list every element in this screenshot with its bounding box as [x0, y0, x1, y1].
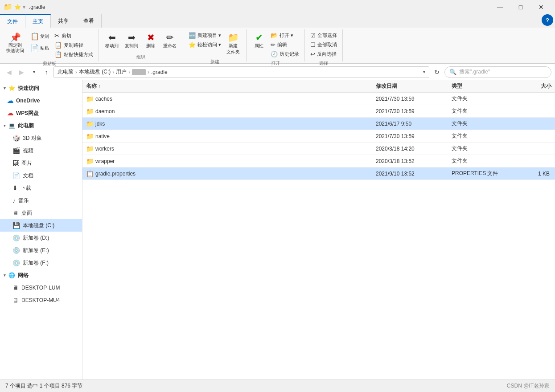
- sidebar-item-drive-d[interactable]: 💿 新加卷 (D:): [0, 232, 82, 244]
- search-icon: 🔍: [449, 69, 456, 75]
- cut-button[interactable]: ✂ 剪切: [53, 31, 95, 40]
- quickaccess-icon: ⭐: [8, 85, 15, 91]
- sidebar-item-local-c[interactable]: 💾 本地磁盘 (C:): [0, 219, 82, 232]
- sidebar-music-label: 音乐: [18, 197, 29, 204]
- table-row[interactable]: 📁 workers 2020/3/18 14:20 文件夹: [82, 143, 555, 155]
- sidebar-item-desktop[interactable]: 🖥 桌面: [0, 207, 82, 219]
- title-controls: — □ ✕: [490, 0, 551, 14]
- ribbon-tabs: 文件 主页 共享 查看 ?: [0, 14, 555, 28]
- sidebar-item-pictures[interactable]: 🖼 图片: [0, 157, 82, 169]
- tab-view[interactable]: 查看: [76, 14, 102, 28]
- sidebar-video-label: 视频: [23, 147, 33, 155]
- select-none-icon: ☐: [310, 41, 316, 48]
- col-header-size[interactable]: 大小: [519, 82, 555, 90]
- sidebar-item-downloads[interactable]: ⬇ 下载: [0, 182, 82, 194]
- edit-button[interactable]: ✏ 编辑: [269, 41, 301, 49]
- address-area: ◀ ▶ ▾ ↑ 此电脑 › 本地磁盘 (C:) › 用户 › **** › .g…: [0, 64, 555, 80]
- table-row[interactable]: 📁 daemon 2021/7/30 13:59 文件夹: [82, 105, 555, 118]
- sidebar-item-docs[interactable]: 📄 文档: [0, 169, 82, 182]
- select-items: ☑ 全部选择 ☐ 全部取消 ↩ 反向选择: [308, 29, 339, 60]
- open-btn[interactable]: 📂 打开 ▾: [269, 31, 301, 40]
- copyto-label: 复制到: [125, 43, 138, 49]
- edit-icon: ✏: [271, 41, 275, 48]
- history-button[interactable]: 🕗 历史记录: [269, 50, 301, 58]
- help-button[interactable]: ?: [542, 14, 553, 26]
- sort-arrow: ↑: [99, 84, 101, 89]
- table-row[interactable]: 📋 gradle.properties 2021/9/10 13:52 PROP…: [82, 167, 555, 180]
- tab-file[interactable]: 文件: [0, 14, 25, 28]
- file-type: 文件夹: [448, 107, 519, 115]
- new-folder-label: 新建文件夹: [226, 43, 240, 55]
- copy-to-button[interactable]: ➡ 复制到: [122, 31, 141, 51]
- sidebar-item-music[interactable]: ♪ 音乐: [0, 194, 82, 207]
- table-row[interactable]: 📁 jdks 2021/6/17 9:50 文件夹: [82, 118, 555, 130]
- folder-icon: 📁: [86, 120, 94, 127]
- sidebar-item-onedrive[interactable]: ☁ OneDrive: [0, 94, 82, 107]
- table-row[interactable]: 📁 caches 2021/7/30 13:59 文件夹: [82, 93, 555, 105]
- status-bar: 7 个项目 选中 1 个项目 876 字节 CSDN @IT老孙家: [0, 380, 555, 392]
- back-button[interactable]: ◀: [4, 67, 14, 78]
- sidebar-item-video[interactable]: 🎬 视频: [0, 144, 82, 157]
- sidebar-item-wps[interactable]: ☁ WPS网盘: [0, 107, 82, 119]
- col-header-date[interactable]: 修改日期: [372, 82, 448, 90]
- crumb-user: ****: [132, 69, 146, 75]
- tab-home[interactable]: 主页: [25, 14, 51, 28]
- crumb-thispc: 此电脑: [58, 68, 74, 76]
- sidebar-item-thispc[interactable]: ▾ 💻 此电脑: [0, 119, 82, 132]
- col-header-type[interactable]: 类型: [448, 82, 519, 90]
- tab-share[interactable]: 共享: [51, 14, 76, 28]
- minimize-button[interactable]: —: [490, 0, 510, 14]
- properties-button[interactable]: ✔ 属性: [250, 31, 268, 51]
- drive-d-icon: 💿: [12, 234, 20, 241]
- invert-select-button[interactable]: ↩ 反向选择: [308, 50, 339, 58]
- sidebar-pictures-label: 图片: [21, 159, 32, 167]
- up-button[interactable]: ↑: [41, 67, 52, 78]
- easy-access-button[interactable]: ⭐ 轻松访问 ▾: [187, 41, 223, 49]
- move-to-button[interactable]: ⬅ 移动到: [103, 31, 121, 51]
- maximize-button[interactable]: □: [510, 0, 531, 14]
- sidebar-item-drive-f[interactable]: 💿 新加卷 (F:): [0, 257, 82, 269]
- sidebar-item-quickaccess[interactable]: ▾ ⭐ 快速访问: [0, 82, 82, 94]
- sidebar-item-desktop-lum[interactable]: 🖥 DESKTOP-LUM: [0, 282, 82, 294]
- close-button[interactable]: ✕: [531, 0, 551, 14]
- file-type: 文件夹: [448, 145, 519, 152]
- pin-button[interactable]: 📌 固定到快速访问: [4, 31, 27, 55]
- paste-shortcut-button[interactable]: 📋 粘贴快捷方式: [53, 50, 95, 59]
- forward-button[interactable]: ▶: [16, 67, 27, 78]
- recent-locations-button[interactable]: ▾: [29, 67, 39, 78]
- address-dropdown[interactable]: ▾: [423, 69, 425, 74]
- rename-button[interactable]: ✏ 重命名: [160, 31, 179, 51]
- sidebar-docs-label: 文档: [23, 172, 33, 180]
- sidebar-wps-label: WPS网盘: [16, 110, 39, 117]
- properties-file-icon: 📋: [86, 170, 94, 177]
- delete-label: 删除: [146, 43, 155, 49]
- col-header-name[interactable]: 名称 ↑: [82, 82, 372, 90]
- copyto-icon: ➡: [128, 33, 136, 42]
- sidebar-item-network[interactable]: ▾ 🌐 网络: [0, 269, 82, 282]
- table-row[interactable]: 📁 wrapper 2020/3/18 13:52 文件夹: [82, 155, 555, 167]
- delete-button[interactable]: ✖ 删除: [142, 31, 160, 51]
- address-bar[interactable]: 此电脑 › 本地磁盘 (C:) › 用户 › **** › .gradle ▾: [53, 66, 429, 78]
- search-bar[interactable]: 🔍 搜索".gradle": [444, 66, 551, 78]
- easy-access-label: 轻松访问 ▾: [197, 41, 221, 48]
- select-none-button[interactable]: ☐ 全部取消: [308, 41, 339, 49]
- select-all-label: 全部选择: [317, 32, 337, 39]
- onedrive-icon: ☁: [7, 97, 13, 104]
- paste-button[interactable]: 📄 粘贴: [28, 43, 52, 53]
- copy-button[interactable]: 📋 复制: [28, 31, 52, 42]
- new-item-button[interactable]: 🆕 新建项目 ▾: [187, 31, 223, 40]
- select-all-button[interactable]: ☑ 全部选择: [308, 31, 339, 40]
- desktop-mu4-icon: 🖥: [12, 297, 19, 304]
- copy-label: 复制: [40, 33, 49, 40]
- file-date: 2020/3/18 14:20: [372, 146, 448, 152]
- table-row[interactable]: 📁 native 2021/7/30 13:59 文件夹: [82, 130, 555, 143]
- new-folder-button[interactable]: 📁 新建文件夹: [224, 31, 243, 57]
- copy-path-button[interactable]: 📋 复制路径: [53, 41, 95, 49]
- sidebar-item-drive-e[interactable]: 💿 新加卷 (E:): [0, 244, 82, 257]
- file-name: native: [95, 133, 110, 139]
- sidebar-item-desktop-mu4[interactable]: 🖥 DESKTOP-MU4: [0, 294, 82, 306]
- new-label: 新建: [210, 59, 219, 66]
- refresh-button[interactable]: ↻: [431, 66, 443, 78]
- file-name: caches: [95, 96, 112, 102]
- sidebar-item-3d[interactable]: 🎲 3D 对象: [0, 132, 82, 144]
